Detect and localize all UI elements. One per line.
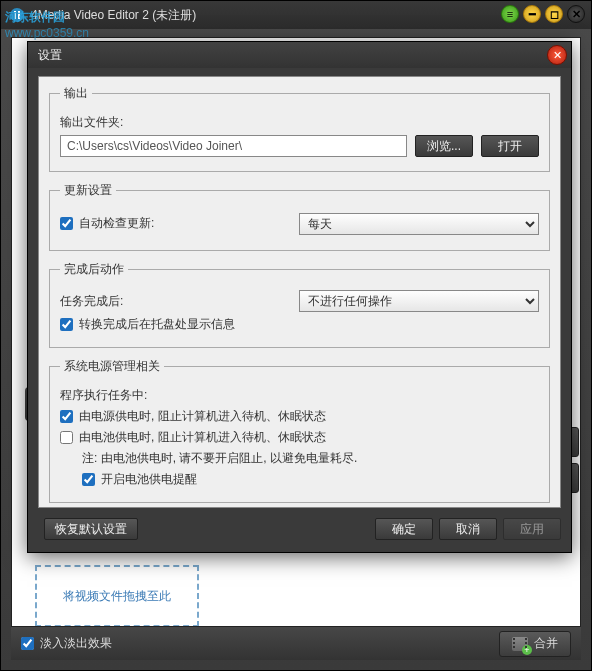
battery-remind-checkbox[interactable]: 开启电池供电提醒 bbox=[82, 471, 539, 488]
dialog-footer: 恢复默认设置 确定 取消 应用 bbox=[38, 514, 561, 544]
window-controls: ≡ ━ ◻ ✕ bbox=[501, 5, 585, 23]
battery-remind-label: 开启电池供电提醒 bbox=[101, 471, 197, 488]
battery-block-label: 由电池供电时, 阻止计算机进入待机、休眠状态 bbox=[79, 429, 326, 446]
drop-zone[interactable]: 将视频文件拖拽至此 bbox=[35, 565, 199, 627]
task-done-label: 任务完成后: bbox=[60, 293, 130, 310]
output-group: 输出 输出文件夹: 浏览... 打开 bbox=[49, 85, 550, 172]
tray-message-checkbox[interactable]: 转换完成后在托盘处显示信息 bbox=[60, 316, 539, 333]
app-title: 4Media Video Editor 2 (未注册) bbox=[31, 7, 196, 24]
tray-message-label: 转换完成后在托盘处显示信息 bbox=[79, 316, 235, 333]
merge-label: 合并 bbox=[534, 635, 558, 652]
power-group: 系统电源管理相关 程序执行任务中: 由电源供电时, 阻止计算机进入待机、休眠状态… bbox=[49, 358, 550, 503]
merge-button[interactable]: + 合并 bbox=[499, 631, 571, 657]
tray-message-input[interactable] bbox=[60, 318, 73, 331]
ac-block-label: 由电源供电时, 阻止计算机进入待机、休眠状态 bbox=[79, 408, 326, 425]
cancel-button[interactable]: 取消 bbox=[439, 518, 497, 540]
output-folder-input[interactable] bbox=[60, 135, 407, 157]
dialog-close-button[interactable]: ✕ bbox=[547, 45, 567, 65]
auto-update-label: 自动检查更新: bbox=[79, 215, 154, 232]
restore-defaults-button[interactable]: 恢复默认设置 bbox=[44, 518, 138, 540]
battery-remind-input[interactable] bbox=[82, 473, 95, 486]
battery-block-checkbox[interactable]: 由电池供电时, 阻止计算机进入待机、休眠状态 bbox=[60, 429, 539, 446]
ac-block-input[interactable] bbox=[60, 410, 73, 423]
app-logo-icon bbox=[9, 7, 25, 23]
svg-point-0 bbox=[10, 8, 24, 22]
film-icon: + bbox=[512, 637, 528, 651]
fade-label: 淡入淡出效果 bbox=[40, 635, 112, 652]
battery-block-input[interactable] bbox=[60, 431, 73, 444]
auto-update-input[interactable] bbox=[60, 217, 73, 230]
browse-button[interactable]: 浏览... bbox=[415, 135, 473, 157]
apply-button[interactable]: 应用 bbox=[503, 518, 561, 540]
open-folder-button[interactable]: 打开 bbox=[481, 135, 539, 157]
close-window-button[interactable]: ✕ bbox=[567, 5, 585, 23]
fade-checkbox[interactable]: 淡入淡出效果 bbox=[21, 635, 112, 652]
window-switch-button[interactable]: ≡ bbox=[501, 5, 519, 23]
ok-button[interactable]: 确定 bbox=[375, 518, 433, 540]
power-legend: 系统电源管理相关 bbox=[60, 358, 164, 375]
after-action-legend: 完成后动作 bbox=[60, 261, 128, 278]
bottom-bar: 淡入淡出效果 + 合并 bbox=[11, 626, 581, 660]
output-legend: 输出 bbox=[60, 85, 92, 102]
minimize-button[interactable]: ━ bbox=[523, 5, 541, 23]
dialog-titlebar[interactable]: 设置 ✕ bbox=[28, 42, 571, 68]
dialog-body: 输出 输出文件夹: 浏览... 打开 更新设置 自动检查更新: bbox=[38, 76, 561, 508]
main-window: 4Media Video Editor 2 (未注册) ≡ ━ ◻ ✕ 河东软件… bbox=[0, 0, 592, 671]
maximize-button[interactable]: ◻ bbox=[545, 5, 563, 23]
battery-note: 注: 由电池供电时, 请不要开启阻止, 以避免电量耗尽. bbox=[82, 450, 539, 467]
auto-update-checkbox[interactable]: 自动检查更新: bbox=[60, 215, 154, 232]
update-frequency-select[interactable]: 每天 bbox=[299, 213, 539, 235]
task-done-select[interactable]: 不进行任何操作 bbox=[299, 290, 539, 312]
after-action-group: 完成后动作 任务完成后: 不进行任何操作 转换完成后在托盘处显示信息 bbox=[49, 261, 550, 348]
update-group: 更新设置 自动检查更新: 每天 bbox=[49, 182, 550, 251]
output-folder-label: 输出文件夹: bbox=[60, 114, 130, 131]
running-label: 程序执行任务中: bbox=[60, 387, 147, 404]
settings-dialog: 设置 ✕ 输出 输出文件夹: 浏览... 打开 更新设置 bbox=[27, 41, 572, 553]
fade-checkbox-input[interactable] bbox=[21, 637, 34, 650]
ac-block-checkbox[interactable]: 由电源供电时, 阻止计算机进入待机、休眠状态 bbox=[60, 408, 539, 425]
dialog-title-text: 设置 bbox=[38, 47, 62, 64]
titlebar[interactable]: 4Media Video Editor 2 (未注册) ≡ ━ ◻ ✕ bbox=[1, 1, 591, 29]
update-legend: 更新设置 bbox=[60, 182, 116, 199]
drop-zone-label: 将视频文件拖拽至此 bbox=[63, 588, 171, 605]
